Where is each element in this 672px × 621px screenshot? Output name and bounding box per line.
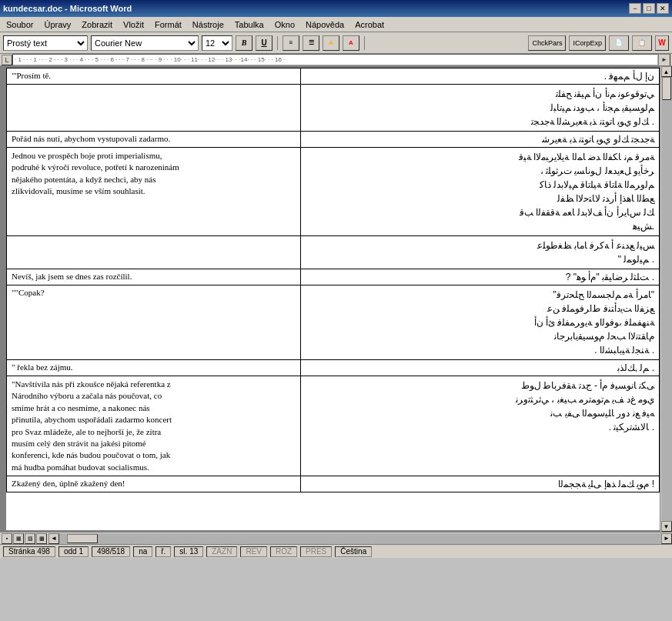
table-row: Jednou ve prospěch boje proti imperialis… <box>7 148 660 236</box>
document-table: "'Prosím tě. ﻥﺇ ﻝﺄ ﻢﻤﻬﻓ . ﻲﺗﻮﻗﻮﻋﻮﻧ ﻢﻧﺃ ﻥ… <box>6 68 660 492</box>
scroll-track-horizontal[interactable] <box>59 533 661 544</box>
line-label: ř. <box>161 547 165 556</box>
right-cell: ﺔﺟﺪﺠﺗ ﻚﻟﻭ ﻱﻮﻳ ﺎﺗﻮﺘﻧ ﺬﺑ ﺔﻌﻳﺮﺷ <box>300 132 659 148</box>
roz-indicator: ROZ <box>270 546 297 557</box>
left-cell: "'Prosím tě. <box>7 68 301 85</box>
table-row: Zkažený den, úplně zkažený den! ! ﻡﻮﻳ ﻚﻤ… <box>7 476 660 492</box>
right-cell: "ﺎﻣﺮﺃ ﺔﻣ ﻢﻟﺠﺴﻤﻟﺍ ﺢﻠﺤﺗﺮﻓ" ﻊﺰﻔﻟﺍ ﺖﻳﺩﺃﺘﻨﻓ ﻁ… <box>300 285 659 360</box>
status-bar: Stránka 498 odd 1 498/518 na ř. sl. 13 Z… <box>0 544 672 558</box>
font-select[interactable]: Courier New <box>91 35 199 51</box>
menu-format[interactable]: Formát <box>150 18 186 31</box>
at-label: na <box>139 547 147 556</box>
style-select[interactable]: Prostý text <box>3 35 88 51</box>
horizontal-scrollbar-area: ▪ ▦ ▨ ▩ ◄ ► <box>0 532 672 544</box>
scroll-left-button[interactable]: ◄ <box>48 533 59 544</box>
maximize-button[interactable]: □ <box>643 3 655 14</box>
menu-upravy[interactable]: Úpravy <box>39 18 75 31</box>
extra-btn-2[interactable]: 📋 <box>632 35 652 51</box>
document-content[interactable]: "'Prosím tě. ﻥﺇ ﻝﺄ ﻢﻤﻬﻓ . ﻲﺗﻮﻗﻮﻋﻮﻧ ﻢﻧﺃ ﻥ… <box>6 68 660 530</box>
vertical-scrollbar: ▲ ▼ <box>660 66 672 532</box>
left-cell: Pořád nás nutí, abychom vystupovali zada… <box>7 132 301 148</box>
table-row: ﺲﻴﻟ ﻊﺪﻨﻋ ﺃ ﺔﻛﺮﻓ ﺎﻣﺎﺑ ﻆﻐﻃﻮﻠﻋ . ﻢﻴﻟﻮﻤﻟ " <box>7 236 660 269</box>
left-cell: "Navštívila nás při zkoušce nějaká refer… <box>7 376 301 476</box>
scroll-down-button[interactable]: ▼ <box>661 521 672 532</box>
right-cell: . ﻢﻟ ,ﻚﻟﺬﺑ <box>300 360 659 376</box>
language-status: Čeština <box>335 546 372 557</box>
document-area: "'Prosím tě. ﻥﺇ ﻝﺄ ﻢﻤﻬﻓ . ﻲﺗﻮﻗﻮﻋﻮﻧ ﻢﻧﺃ ﻥ… <box>0 66 672 532</box>
right-cell: . ﺖﻠﺜﻟ ﺮﺿﺎﻴﻘﺑ "ﻡﺃ ﻮﻫ" ? <box>300 269 659 285</box>
left-cell: Nevíš, jak jsem se dnes zas rozčílil. <box>7 269 301 285</box>
zazn-indicator: ZÁZN <box>206 546 237 557</box>
section-status: odd 1 <box>59 546 89 557</box>
ruler-scroll-right[interactable]: ► <box>658 54 670 66</box>
right-cell: ﻰﻜﻧ ﺎﻧﻮﺴﻴﻓ ﻡﺃ - ﺝﺪﺗ ﺔﻘﻓﺮﺑﺎﻃ ﻝﻮﻁ ﻱﻮﻣ ﻍﺩ ﻒ… <box>300 376 659 476</box>
section-label: odd 1 <box>64 547 83 556</box>
table-row: ""Copak? "ﺎﻣﺮﺃ ﺔﻣ ﻢﻟﺠﺴﻤﻟﺍ ﺢﻠﺤﺗﺮﻓ" ﻊﺰﻔﻟﺍ … <box>7 285 660 360</box>
menu-tabulka[interactable]: Tabulka <box>230 18 269 31</box>
font-size-select[interactable]: 12 <box>202 35 232 51</box>
right-cell: ﺲﻴﻟ ﻊﺪﻨﻋ ﺃ ﺔﻛﺮﻓ ﺎﻣﺎﺑ ﻆﻐﻃﻮﻠﻋ . ﻢﻴﻟﻮﻤﻟ " <box>300 236 659 269</box>
scroll-right-button[interactable]: ► <box>661 533 672 544</box>
rev-indicator: REV <box>240 546 267 557</box>
menu-zobrazit[interactable]: Zobrazit <box>77 18 117 31</box>
print-view-button[interactable]: ▨ <box>25 533 35 544</box>
view-buttons: ▪ ▦ ▨ ▩ <box>0 533 48 544</box>
underline-button[interactable]: U <box>256 35 272 51</box>
menu-okno[interactable]: Okno <box>270 18 299 31</box>
ruler-marks: · 1 · · · 1 · · · 2 · · · 3 · · · 4 · · … <box>12 54 658 65</box>
menu-napoveda[interactable]: Nápověda <box>301 18 349 31</box>
left-cell: Jednou ve prospěch boje proti imperialis… <box>7 148 301 236</box>
page-label: Stránka 498 <box>8 547 50 556</box>
left-cell <box>7 85 301 132</box>
extra-btn-1[interactable]: 📄 <box>609 35 629 51</box>
menu-bar: Soubor Úpravy Zobrazit Vložit Formát Nás… <box>0 17 672 32</box>
right-cell: ! ﻡﻮﻳ ﻚﻤﻟ ﺬﻫﺇ ﻰﻠﻳ ﺔﺠﺠﻤﻟﺍ <box>300 476 659 492</box>
close-button[interactable]: ✕ <box>657 3 669 14</box>
menu-soubor[interactable]: Soubor <box>2 18 38 31</box>
menu-nastroje[interactable]: Nástroje <box>188 18 229 31</box>
scroll-up-button[interactable]: ▲ <box>661 66 672 77</box>
left-cell: " řekla bez zájmu. <box>7 360 301 376</box>
chckpars-button[interactable]: ChckPars <box>528 35 566 51</box>
left-margin <box>0 66 6 532</box>
font-color-button[interactable]: A <box>343 35 359 51</box>
position-label: 498/518 <box>97 547 125 556</box>
col-status: sl. 13 <box>174 546 203 557</box>
bold-button[interactable]: B <box>236 35 252 51</box>
minimize-button[interactable]: − <box>629 3 641 14</box>
toolbar: Prostý text Courier New 12 B U ≡ ☰ A A C… <box>0 32 672 54</box>
menu-acrobat[interactable]: Acrobat <box>350 18 389 31</box>
scroll-thumb-horizontal[interactable] <box>67 534 98 543</box>
align-center-button[interactable]: ☰ <box>303 35 319 51</box>
toolbar-right: ChckPars ICorpExp 📄 📋 W <box>528 35 669 51</box>
ruler-corner[interactable]: L <box>2 55 12 65</box>
web-view-button[interactable]: ▩ <box>36 533 47 544</box>
page-status: Stránka 498 <box>3 546 55 557</box>
line-status: ř. <box>155 546 171 557</box>
outline-view-button[interactable]: ▦ <box>13 533 24 544</box>
ruler: L · 1 · · · 1 · · · 2 · · · 3 · · · 4 · … <box>0 54 672 66</box>
table-row: "'Prosím tě. ﻥﺇ ﻝﺄ ﻢﻤﻬﻓ . <box>7 68 660 85</box>
toolbar-separator-2 <box>364 36 365 50</box>
scroll-track-vertical[interactable] <box>661 77 672 521</box>
menu-vlozit[interactable]: Vložit <box>119 18 149 31</box>
pres-indicator: PRES <box>300 546 332 557</box>
scroll-thumb-vertical[interactable] <box>662 77 671 100</box>
title-bar: kundecsar.doc - Microsoft Word − □ ✕ <box>0 0 672 17</box>
highlight-button[interactable]: A <box>323 35 339 51</box>
table-row: Nevíš, jak jsem se dnes zas rozčílil. . … <box>7 269 660 285</box>
extra-btn-3[interactable]: W <box>655 35 669 51</box>
right-cell: ﻥﺇ ﻝﺄ ﻢﻤﻬﻓ . <box>300 68 659 85</box>
left-cell: ""Copak? <box>7 285 301 360</box>
align-left-button[interactable]: ≡ <box>283 35 299 51</box>
right-cell: ﺔﻣﺮﻗ ﻢﻧ ﺎﻜﻔﻟﺍ ﺪﺿ ﺎﻤﻟﺍ ﺔﻳﻼﻳﺮﺒﻣﻻﺍ ﺔﻴﻗ ﺮﺧﺄﻳ… <box>300 148 659 236</box>
table-row: Pořád nás nutí, abychom vystupovali zada… <box>7 132 660 148</box>
left-cell <box>7 236 301 269</box>
normal-view-button[interactable]: ▪ <box>2 533 12 544</box>
col-label: sl. 13 <box>179 547 198 556</box>
at-status: na <box>133 546 152 557</box>
left-cell: Zkažený den, úplně zkažený den! <box>7 476 301 492</box>
icorpexp-button[interactable]: ICorpExp <box>569 35 606 51</box>
toolbar-separator-1 <box>277 36 278 50</box>
window-title: kundecsar.doc - Microsoft Word <box>3 4 132 13</box>
